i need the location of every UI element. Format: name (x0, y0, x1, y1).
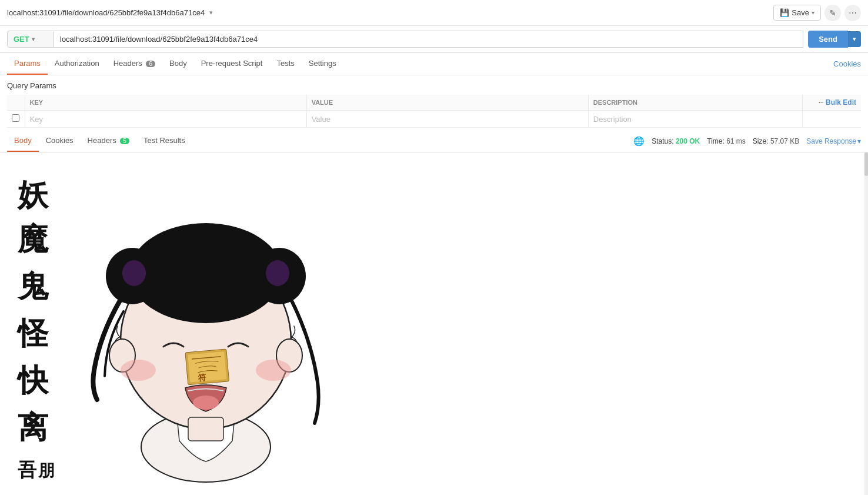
svg-text:朋: 朋 (38, 461, 55, 480)
svg-text:离: 离 (18, 410, 49, 444)
status-value: 200 OK (676, 137, 700, 145)
page-title: localhost:31091/file/download/625bbf2fe9… (7, 8, 205, 17)
status-label: Status: 200 OK (652, 137, 700, 145)
scrollbar[interactable] (864, 152, 868, 495)
save-chevron-icon: ▾ (812, 9, 814, 16)
desc-placeholder: Description (593, 115, 632, 124)
time-value: 61 ms (726, 137, 746, 145)
method-chevron-icon: ▾ (32, 36, 35, 42)
size-value: 57.07 KB (770, 137, 799, 145)
title-bar-right: 💾 Save ▾ ✎ ⋯ (773, 5, 861, 21)
resp-tab-cookies[interactable]: Cookies (39, 130, 81, 152)
method-selector[interactable]: GET ▾ (7, 31, 54, 48)
resp-tab-test-results[interactable]: Test Results (136, 130, 192, 152)
tab-params[interactable]: Params (7, 53, 48, 75)
svg-text:魔: 魔 (17, 222, 49, 256)
time-label: Time: 61 ms (707, 137, 746, 145)
dots-icon[interactable]: ··· (819, 99, 824, 106)
th-description: DESCRIPTION (588, 95, 802, 111)
row-checkbox[interactable] (12, 114, 19, 122)
anime-illustration: 妖 魔 鬼 怪 快 离 吾 朋 (6, 158, 370, 488)
th-checkbox (7, 95, 25, 111)
svg-point-14 (122, 260, 146, 286)
cookies-link[interactable]: Cookies (833, 59, 861, 68)
save-icon: 💾 (780, 8, 789, 17)
svg-point-19 (121, 360, 156, 381)
svg-text:鬼: 鬼 (17, 270, 49, 303)
svg-point-20 (256, 360, 291, 381)
tab-headers[interactable]: Headers 6 (106, 53, 162, 75)
scrollbar-thumb[interactable] (864, 152, 868, 176)
resp-headers-badge: 5 (120, 138, 129, 144)
svg-point-16 (266, 260, 289, 286)
save-label: Save (792, 8, 809, 17)
request-tabs: Params Authorization Headers 6 Body Pre-… (0, 53, 868, 75)
tab-tests[interactable]: Tests (269, 53, 301, 75)
value-placeholder: Value (312, 115, 330, 124)
url-input[interactable] (54, 31, 803, 48)
edit-button[interactable]: ✎ (824, 5, 841, 21)
svg-text:符: 符 (198, 373, 207, 383)
response-body: 妖 魔 鬼 怪 快 离 吾 朋 (0, 152, 868, 495)
title-bar-left: localhost:31091/file/download/625bbf2fe9… (7, 8, 213, 17)
row-checkbox-cell[interactable] (7, 111, 25, 128)
save-response-chevron-icon: ▾ (857, 137, 861, 145)
save-button[interactable]: 💾 Save ▾ (773, 5, 821, 21)
globe-icon: 🌐 (633, 136, 645, 147)
headers-badge: 6 (146, 61, 155, 67)
svg-text:怪: 怪 (16, 317, 49, 350)
title-bar: localhost:31091/file/download/625bbf2fe9… (0, 0, 868, 26)
row-desc-cell[interactable]: Description (588, 111, 802, 128)
svg-text:吾: 吾 (18, 459, 37, 480)
tab-authorization[interactable]: Authorization (48, 53, 106, 75)
row-key-cell[interactable]: Key (25, 111, 306, 128)
anime-image-container: 妖 魔 鬼 怪 快 离 吾 朋 (0, 152, 868, 495)
row-action-cell (802, 111, 861, 128)
tab-settings[interactable]: Settings (302, 53, 343, 75)
size-label: Size: 57.07 KB (753, 137, 799, 145)
th-key: KEY (25, 95, 306, 111)
response-meta: 🌐 Status: 200 OK Time: 61 ms Size: 57.07… (633, 136, 861, 147)
send-button-group: Send ▾ (808, 31, 861, 48)
resp-tab-body[interactable]: Body (7, 130, 39, 152)
params-table: KEY VALUE DESCRIPTION ··· Bulk Edit Key … (7, 95, 861, 128)
query-params-label: Query Params (7, 81, 861, 90)
query-params-section: Query Params KEY VALUE DESCRIPTION ··· B… (0, 75, 868, 128)
method-label: GET (14, 35, 29, 44)
more-button[interactable]: ⋯ (844, 5, 861, 21)
bulk-edit-link[interactable]: Bulk Edit (826, 98, 856, 107)
url-bar: GET ▾ Send ▾ (0, 26, 868, 53)
svg-text:快: 快 (16, 364, 49, 397)
key-placeholder: Key (30, 115, 43, 124)
th-value: VALUE (306, 95, 588, 111)
svg-text:妖: 妖 (17, 178, 49, 212)
resp-tab-headers[interactable]: Headers 5 (81, 130, 136, 152)
svg-point-25 (193, 396, 219, 410)
table-row: Key Value Description (7, 111, 861, 128)
title-chevron: ▾ (209, 9, 213, 16)
tab-pre-request-script[interactable]: Pre-request Script (194, 53, 270, 75)
anime-art-area: 妖 魔 鬼 怪 快 离 吾 朋 (0, 152, 868, 495)
send-dropdown-button[interactable]: ▾ (848, 31, 861, 47)
row-value-cell[interactable]: Value (306, 111, 588, 128)
tab-body[interactable]: Body (162, 53, 194, 75)
save-response-button[interactable]: Save Response ▾ (806, 137, 861, 145)
send-button[interactable]: Send (808, 31, 848, 48)
svg-rect-26 (188, 417, 223, 441)
response-tabs: Body Cookies Headers 5 Test Results 🌐 St… (0, 130, 868, 152)
th-actions: ··· Bulk Edit (802, 95, 861, 111)
